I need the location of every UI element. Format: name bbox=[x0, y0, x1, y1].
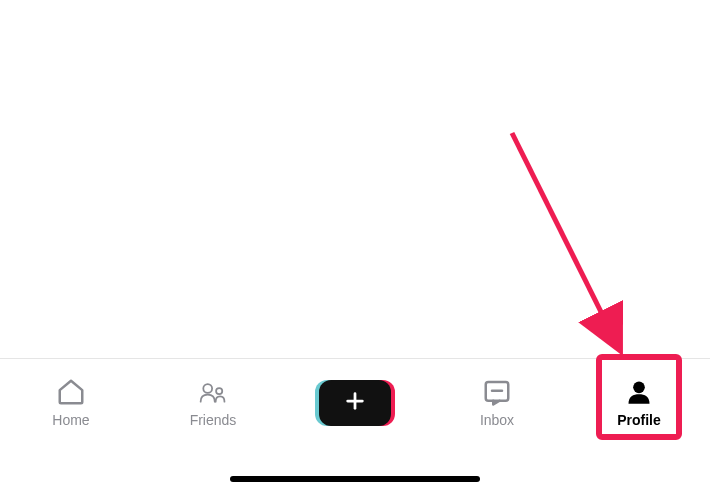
create-tab[interactable] bbox=[284, 359, 426, 446]
home-label: Home bbox=[52, 412, 89, 428]
profile-tab[interactable]: Profile bbox=[568, 359, 710, 446]
inbox-label: Inbox bbox=[480, 412, 514, 428]
friends-icon bbox=[198, 377, 228, 407]
home-indicator bbox=[230, 476, 480, 482]
inbox-tab[interactable]: Inbox bbox=[426, 359, 568, 446]
plus-icon bbox=[344, 390, 366, 416]
home-icon bbox=[56, 377, 86, 407]
bottom-tabbar: Home Friends bbox=[0, 358, 710, 446]
svg-point-0 bbox=[203, 384, 212, 393]
profile-label: Profile bbox=[617, 412, 661, 428]
friends-tab[interactable]: Friends bbox=[142, 359, 284, 446]
home-tab[interactable]: Home bbox=[0, 359, 142, 446]
profile-icon bbox=[624, 377, 654, 407]
svg-point-1 bbox=[216, 388, 222, 394]
inbox-icon bbox=[482, 377, 512, 407]
content-area bbox=[0, 0, 710, 358]
create-button[interactable] bbox=[319, 380, 391, 426]
friends-label: Friends bbox=[190, 412, 237, 428]
svg-point-6 bbox=[633, 382, 645, 394]
